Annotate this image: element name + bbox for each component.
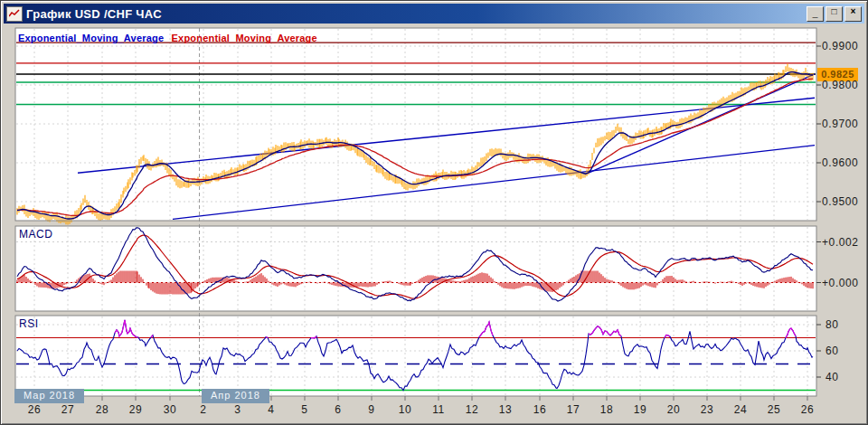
- date-axis-label: 18: [594, 403, 619, 416]
- date-axis-label: 10: [392, 403, 418, 416]
- date-axis-label: 24: [728, 403, 753, 416]
- date-axis-label: 19: [627, 403, 653, 416]
- chart-canvas[interactable]: [1, 1, 868, 425]
- macd-axis-label: +0.002: [822, 236, 859, 249]
- month-badge: Апр 2018: [202, 389, 269, 403]
- date-axis-label: 20: [661, 403, 686, 416]
- date-axis-label: 13: [493, 403, 518, 416]
- date-axis-label: 25: [761, 403, 787, 416]
- date-axis-label: 4: [259, 403, 284, 416]
- rsi-axis-label: 60: [826, 345, 839, 357]
- date-axis-label: 28: [90, 403, 115, 416]
- ema-slow-label: Exponential_Moving_Average: [172, 33, 317, 43]
- date-axis-label: 16: [527, 403, 552, 416]
- date-axis-label: 29: [123, 403, 148, 416]
- date-axis-label: 11: [426, 403, 451, 416]
- ema-fast-label: Exponential_Moving_Average: [18, 33, 164, 43]
- price-axis-label: 0.9600: [822, 156, 858, 169]
- date-axis-label: 6: [326, 403, 351, 416]
- date-axis-label: 2: [191, 403, 216, 416]
- date-axis-label: 26: [22, 403, 47, 416]
- date-axis-label: 12: [459, 403, 485, 416]
- date-axis-label: 3: [225, 403, 250, 416]
- price-axis-label: 0.9500: [822, 195, 858, 208]
- macd-axis-label: +0.000: [822, 277, 859, 289]
- date-axis-label: 27: [55, 403, 80, 416]
- rsi-axis-label: 80: [826, 318, 839, 331]
- rsi-panel-label: RSI: [19, 317, 39, 330]
- month-badge: Мар 2018: [14, 389, 84, 403]
- date-axis-label: 17: [561, 403, 586, 416]
- date-axis-label: 23: [694, 403, 720, 416]
- date-axis-label: 26: [795, 403, 820, 416]
- date-axis-label: 5: [292, 403, 317, 416]
- price-axis-label: 0.9700: [822, 118, 858, 130]
- macd-panel-label: MACD: [19, 228, 52, 241]
- rsi-axis-label: 40: [826, 371, 839, 383]
- date-axis-label: 9: [359, 403, 384, 416]
- date-axis-label: 30: [157, 403, 183, 416]
- chart-window: График USD /CHF ЧАС _ □ × Exponential_Mo…: [0, 0, 868, 425]
- chart-content: Exponential_Moving_Average Exponential_M…: [1, 1, 867, 424]
- price-axis-label: 0.9900: [822, 40, 858, 52]
- indicator-legend: Exponential_Moving_Average Exponential_M…: [18, 33, 317, 43]
- price-axis-label: 0.9800: [822, 79, 858, 91]
